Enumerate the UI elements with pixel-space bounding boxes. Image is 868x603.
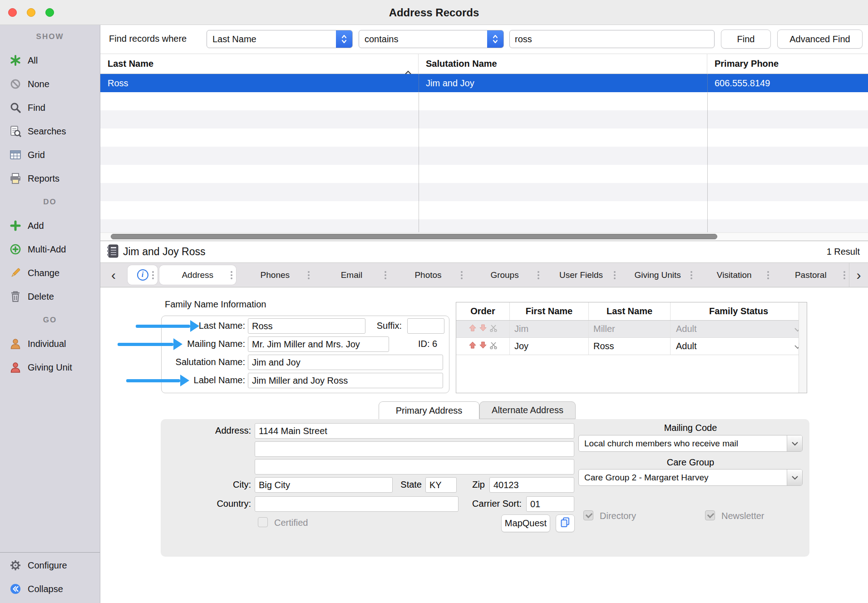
- tab-email[interactable]: Email: [313, 263, 390, 287]
- suffix-field[interactable]: [407, 318, 444, 334]
- member-first-name: Jim: [510, 321, 589, 337]
- newsletter-label: Newsletter: [721, 511, 764, 521]
- horizontal-scrollbar-thumb[interactable]: [111, 234, 717, 239]
- sidebar-footer: Configure Collapse: [0, 552, 100, 603]
- sidebar-item-collapse[interactable]: Collapse: [0, 577, 100, 601]
- tab-visitation[interactable]: Visitation: [696, 263, 773, 287]
- tab-giving-units[interactable]: Giving Units: [619, 263, 696, 287]
- tab-menu-dots-icon[interactable]: [614, 271, 616, 273]
- slashed-circle-icon: [9, 78, 22, 90]
- tab-menu-dots-icon[interactable]: [843, 271, 845, 273]
- tab-menu-dots-icon[interactable]: [461, 271, 463, 273]
- trash-icon: [9, 290, 22, 303]
- mapquest-button[interactable]: MapQuest: [501, 514, 550, 532]
- address-line1-field[interactable]: [255, 423, 574, 439]
- label-name-field[interactable]: [248, 373, 443, 388]
- search-field-dropdown[interactable]: Last Name: [207, 30, 353, 48]
- sidebar-item-configure[interactable]: Configure: [0, 554, 100, 577]
- sidebar-item-multi-add[interactable]: Multi-Add: [0, 237, 100, 261]
- address-book-icon: [107, 244, 118, 260]
- mailing-code-dropdown[interactable]: Local church members who receive mail: [578, 435, 803, 452]
- state-field[interactable]: [425, 477, 457, 493]
- tabs-scroll-left-button[interactable]: ‹: [100, 263, 127, 287]
- tab-menu-dots-icon[interactable]: [385, 271, 386, 273]
- find-button[interactable]: Find: [721, 30, 771, 49]
- city-field[interactable]: [255, 477, 393, 493]
- sidebar-section-show: SHOW: [0, 25, 100, 49]
- tab-user-fields[interactable]: User Fields: [543, 263, 620, 287]
- tab-phones[interactable]: Phones: [237, 263, 314, 287]
- address-line3-field[interactable]: [255, 459, 574, 474]
- search-operator-dropdown[interactable]: contains: [359, 30, 504, 48]
- member-row[interactable]: Joy Ross Adult: [456, 338, 807, 355]
- column-header-salutation-name[interactable]: Salutation Name: [419, 54, 707, 74]
- move-down-icon[interactable]: [479, 341, 487, 351]
- tab-info[interactable]: [128, 265, 158, 285]
- sidebar-item-add[interactable]: Add: [0, 214, 100, 237]
- cut-member-icon[interactable]: [489, 341, 498, 351]
- sidebar-item-label: Grid: [28, 150, 45, 160]
- tab-menu-dots-icon[interactable]: [308, 271, 310, 273]
- copy-address-button[interactable]: [556, 514, 575, 532]
- chevron-down-icon: [787, 470, 802, 485]
- move-up-icon[interactable]: [469, 341, 477, 351]
- search-input[interactable]: [509, 30, 715, 48]
- tab-menu-dots-icon[interactable]: [538, 271, 539, 273]
- sidebar-item-grid[interactable]: Grid: [0, 143, 100, 167]
- tab-pastoral[interactable]: Pastoral: [773, 263, 849, 287]
- saved-search-icon: [9, 125, 22, 138]
- sidebar-item-find[interactable]: Find: [0, 96, 100, 119]
- tab-menu-dots-icon[interactable]: [690, 271, 692, 273]
- newsletter-checkbox[interactable]: [705, 510, 715, 520]
- salutation-name-field[interactable]: [248, 355, 443, 370]
- sidebar-item-all[interactable]: All: [0, 49, 100, 72]
- column-header-last-name[interactable]: Last Name: [100, 54, 419, 74]
- address-label: Address:: [206, 425, 251, 436]
- sidebar-item-reports[interactable]: Reports: [0, 167, 100, 190]
- family-name-information-legend: Family Name Information: [165, 299, 266, 310]
- address-line2-field[interactable]: [255, 441, 574, 457]
- tab-groups[interactable]: Groups: [466, 263, 543, 287]
- dropdown-chevrons-icon: [336, 30, 352, 48]
- carrier-sort-field[interactable]: [526, 496, 574, 512]
- search-label: Find records where: [109, 34, 187, 44]
- collapse-circle-icon: [9, 583, 22, 595]
- sidebar: SHOW All None Find Searches: [0, 25, 100, 603]
- column-header-primary-phone[interactable]: Primary Phone: [707, 54, 868, 74]
- column-divider: [419, 74, 419, 240]
- horizontal-scrollbar-track[interactable]: [100, 232, 868, 241]
- certified-checkbox[interactable]: [258, 517, 268, 527]
- sidebar-item-label: Add: [28, 221, 44, 231]
- care-group-label: Care Group: [578, 457, 803, 468]
- sidebar-item-giving-unit[interactable]: Giving Unit: [0, 356, 100, 379]
- sidebar-item-delete[interactable]: Delete: [0, 285, 100, 308]
- sidebar-item-searches[interactable]: Searches: [0, 119, 100, 143]
- member-row[interactable]: Jim Miller Adult: [456, 321, 807, 338]
- sidebar-item-none[interactable]: None: [0, 72, 100, 96]
- record-title: Jim and Joy Ross: [123, 246, 206, 258]
- members-scrollbar-track[interactable]: [799, 302, 807, 393]
- tab-menu-dots-icon[interactable]: [152, 271, 154, 273]
- tab-address[interactable]: Address: [159, 265, 236, 285]
- zip-field[interactable]: [489, 477, 574, 493]
- family-status-dropdown[interactable]: Adult: [671, 338, 807, 355]
- member-last-name: Ross: [589, 338, 671, 355]
- sidebar-item-individual[interactable]: Individual: [0, 332, 100, 356]
- tab-primary-address[interactable]: Primary Address: [379, 401, 479, 419]
- primary-address-panel: Address: City: State Zip Country: Carrie…: [161, 419, 809, 557]
- tabs-scroll-right-button[interactable]: ›: [849, 263, 868, 287]
- sidebar-item-change[interactable]: Change: [0, 261, 100, 285]
- directory-checkbox[interactable]: [583, 510, 593, 520]
- country-field[interactable]: [255, 496, 459, 512]
- sidebar-item-label: Find: [28, 103, 45, 113]
- tab-menu-dots-icon[interactable]: [231, 271, 232, 273]
- tab-photos[interactable]: Photos: [390, 263, 467, 287]
- table-row-selected[interactable]: Ross Jim and Joy 606.555.8149: [100, 74, 868, 92]
- mailing-name-field[interactable]: [248, 336, 389, 352]
- care-group-dropdown[interactable]: Care Group 2 - Margaret Harvey: [578, 469, 803, 486]
- last-name-field[interactable]: [248, 318, 365, 334]
- tab-menu-dots-icon[interactable]: [767, 271, 769, 273]
- advanced-find-button[interactable]: Advanced Find: [777, 30, 863, 49]
- window-title: Address Records: [0, 0, 868, 25]
- tab-alternate-address[interactable]: Alternate Address: [479, 401, 576, 419]
